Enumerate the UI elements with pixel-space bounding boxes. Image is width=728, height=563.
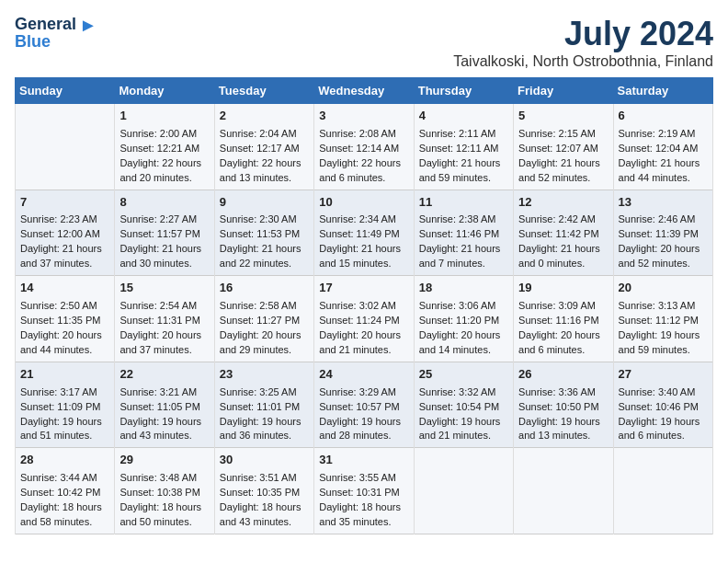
day-info: Sunset: 11:01 PM <box>220 400 309 415</box>
day-info: Sunrise: 2:30 AM <box>220 213 309 227</box>
day-info: Sunrise: 3:51 AM <box>220 471 309 486</box>
calendar-cell: 7Sunrise: 2:23 AMSunset: 12:00 AMDayligh… <box>16 190 115 276</box>
day-number: 13 <box>619 194 708 212</box>
day-info: Sunrise: 2:50 AM <box>20 299 109 314</box>
day-info: Sunset: 10:57 PM <box>319 400 408 415</box>
calendar-cell <box>16 104 115 190</box>
day-number: 11 <box>419 194 508 212</box>
day-info: Sunset: 11:09 PM <box>20 400 109 415</box>
day-info: Sunset: 11:24 PM <box>319 314 408 328</box>
day-info: Sunset: 10:50 PM <box>518 400 608 415</box>
day-info: and 59 minutes. <box>619 343 708 358</box>
calendar-header: SundayMondayTuesdayWednesdayThursdayFrid… <box>16 78 713 104</box>
day-info: Sunrise: 2:19 AM <box>619 127 708 142</box>
day-info: Sunrise: 3:25 AM <box>220 385 309 400</box>
day-info: Daylight: 19 hours <box>319 415 408 430</box>
day-info: Daylight: 20 hours <box>518 328 608 343</box>
day-info: and 44 minutes. <box>20 343 109 358</box>
calendar-cell: 29Sunrise: 3:48 AMSunset: 10:38 PMDaylig… <box>115 448 214 534</box>
day-number: 26 <box>518 366 608 384</box>
calendar-cell: 11Sunrise: 2:38 AMSunset: 11:46 PMDaylig… <box>414 190 513 276</box>
day-number: 14 <box>20 280 109 297</box>
day-info: and 6 minutes. <box>619 429 708 443</box>
day-info: and 50 minutes. <box>119 515 209 530</box>
day-info: and 37 minutes. <box>20 257 109 271</box>
day-info: Daylight: 19 hours <box>619 415 708 430</box>
day-info: Daylight: 22 hours <box>119 156 209 171</box>
day-info: Sunrise: 3:02 AM <box>319 299 408 314</box>
day-number: 15 <box>119 280 209 297</box>
day-info: Sunset: 12:17 AM <box>220 142 309 156</box>
day-info: Sunset: 11:42 PM <box>518 227 608 242</box>
calendar-cell <box>514 448 613 534</box>
day-number: 5 <box>518 108 608 125</box>
calendar-cell: 5Sunrise: 2:15 AMSunset: 12:07 AMDayligh… <box>514 104 613 190</box>
day-info: Daylight: 18 hours <box>319 500 408 515</box>
day-info: Sunrise: 3:44 AM <box>20 471 109 486</box>
day-number: 19 <box>518 280 608 297</box>
day-info: Sunrise: 3:06 AM <box>419 299 508 314</box>
day-info: and 6 minutes. <box>518 343 608 358</box>
calendar-cell: 6Sunrise: 2:19 AMSunset: 12:04 AMDayligh… <box>613 104 712 190</box>
calendar-cell: 9Sunrise: 2:30 AMSunset: 11:53 PMDayligh… <box>214 190 313 276</box>
day-header-sunday: Sunday <box>16 78 115 104</box>
week-row-5: 28Sunrise: 3:44 AMSunset: 10:42 PMDaylig… <box>16 448 713 534</box>
calendar-cell: 21Sunrise: 3:17 AMSunset: 11:09 PMDaylig… <box>16 362 115 448</box>
day-info: Sunrise: 2:42 AM <box>518 213 608 227</box>
day-info: Daylight: 19 hours <box>119 415 209 430</box>
day-info: and 43 minutes. <box>119 429 209 443</box>
calendar-cell: 15Sunrise: 2:54 AMSunset: 11:31 PMDaylig… <box>115 276 214 362</box>
day-info: Daylight: 21 hours <box>619 156 708 171</box>
day-info: and 7 minutes. <box>419 257 508 271</box>
calendar-cell: 16Sunrise: 2:58 AMSunset: 11:27 PMDaylig… <box>214 276 313 362</box>
week-row-2: 7Sunrise: 2:23 AMSunset: 12:00 AMDayligh… <box>16 190 713 276</box>
day-info: and 20 minutes. <box>119 171 209 186</box>
calendar-cell: 22Sunrise: 3:21 AMSunset: 11:05 PMDaylig… <box>115 362 214 448</box>
day-info: Sunset: 10:35 PM <box>220 486 309 500</box>
day-info: Sunset: 10:38 PM <box>119 486 209 500</box>
calendar-cell: 23Sunrise: 3:25 AMSunset: 11:01 PMDaylig… <box>214 362 313 448</box>
day-info: and 14 minutes. <box>419 343 508 358</box>
day-info: Daylight: 20 hours <box>20 328 109 343</box>
day-info: Daylight: 21 hours <box>419 242 508 257</box>
day-info: Daylight: 18 hours <box>20 500 109 515</box>
day-info: Sunset: 11:35 PM <box>20 314 109 328</box>
logo-arrow-icon: ► <box>79 15 97 35</box>
day-number: 17 <box>319 280 408 297</box>
day-info: Daylight: 21 hours <box>419 156 508 171</box>
day-info: and 6 minutes. <box>319 171 408 186</box>
day-info: Sunset: 11:16 PM <box>518 314 608 328</box>
calendar-cell: 28Sunrise: 3:44 AMSunset: 10:42 PMDaylig… <box>16 448 115 534</box>
day-number: 3 <box>319 108 408 125</box>
day-info: and 29 minutes. <box>220 343 309 358</box>
calendar-cell: 26Sunrise: 3:36 AMSunset: 10:50 PMDaylig… <box>514 362 613 448</box>
day-info: Sunset: 10:54 PM <box>419 400 508 415</box>
day-info: Daylight: 19 hours <box>20 415 109 430</box>
day-info: Sunset: 12:00 AM <box>20 227 109 242</box>
day-info: Daylight: 21 hours <box>518 156 608 171</box>
day-info: Sunset: 11:20 PM <box>419 314 508 328</box>
day-info: Sunrise: 2:38 AM <box>419 213 508 227</box>
day-info: Sunset: 11:49 PM <box>319 227 408 242</box>
calendar-cell: 30Sunrise: 3:51 AMSunset: 10:35 PMDaylig… <box>214 448 313 534</box>
week-row-4: 21Sunrise: 3:17 AMSunset: 11:09 PMDaylig… <box>16 362 713 448</box>
calendar-cell: 1Sunrise: 2:00 AMSunset: 12:21 AMDayligh… <box>115 104 214 190</box>
day-number: 30 <box>220 452 309 469</box>
day-info: Sunset: 11:53 PM <box>220 227 309 242</box>
day-info: and 15 minutes. <box>319 257 408 271</box>
day-info: Sunrise: 2:11 AM <box>419 127 508 142</box>
day-number: 10 <box>319 194 408 212</box>
day-info: and 58 minutes. <box>20 515 109 530</box>
day-info: Daylight: 20 hours <box>220 328 309 343</box>
logo-blue: Blue <box>15 33 97 52</box>
day-info: Sunrise: 3:55 AM <box>319 471 408 486</box>
calendar-cell: 27Sunrise: 3:40 AMSunset: 10:46 PMDaylig… <box>613 362 712 448</box>
day-info: Sunrise: 2:00 AM <box>119 127 209 142</box>
day-info: Sunrise: 3:48 AM <box>119 471 209 486</box>
day-info: Sunrise: 3:29 AM <box>319 385 408 400</box>
day-number: 4 <box>419 108 508 125</box>
day-number: 9 <box>220 194 309 212</box>
day-header-friday: Friday <box>514 78 613 104</box>
day-info: Sunset: 11:12 PM <box>619 314 708 328</box>
day-info: Sunset: 12:14 AM <box>319 142 408 156</box>
